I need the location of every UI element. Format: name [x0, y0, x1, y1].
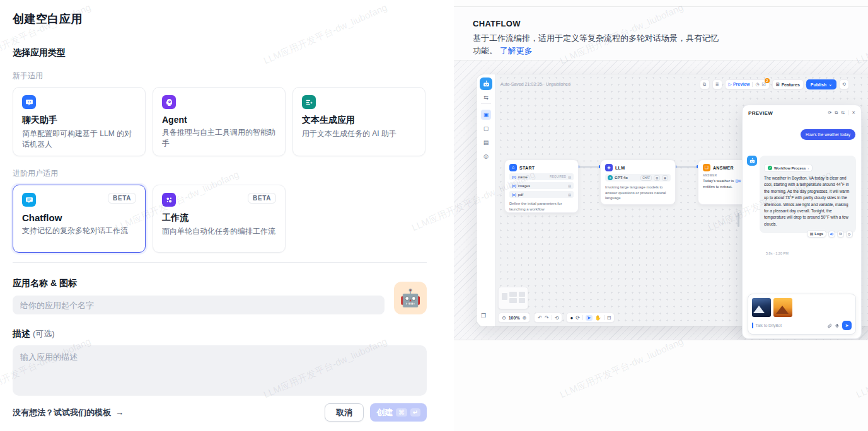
create-button[interactable]: 创建 ⌘ ↵: [370, 403, 427, 422]
chat-text-input[interactable]: Talk to DifyBot: [756, 323, 825, 328]
checklist-icon[interactable]: ☑ 2: [762, 82, 766, 87]
openai-icon: ✳: [608, 175, 613, 180]
speak-icon[interactable]: [828, 231, 835, 238]
chat-assistant-icon: [22, 95, 36, 109]
close-icon[interactable]: ✕: [852, 110, 855, 115]
preview-illustration-band: ⇆ ▣ ▢ ▤ ◎ ❐ Auto-Saved 21:02:35 · Unpubl…: [454, 60, 868, 340]
success-check-icon: ✓: [768, 166, 772, 170]
app-type-card-workflow[interactable]: BETA 工作流 面向单轮自动化任务的编排工作流: [153, 185, 286, 253]
autosave-status: Auto-Saved 21:02:35 · Unpublished: [501, 82, 570, 86]
app-type-desc: 支持记忆的复杂多轮对话工作流: [22, 226, 136, 236]
voice-input-icon[interactable]: [835, 323, 840, 328]
api-doc-icon[interactable]: ≣: [712, 79, 722, 89]
pointer-mode-icon[interactable]: ➤: [586, 315, 593, 321]
auto-layout-icon[interactable]: ⊟: [607, 315, 611, 321]
beginner-group-label: 新手适用: [13, 71, 427, 81]
message-actions: ▤Logs ⧉ ⟳: [807, 230, 853, 238]
attachment-icon[interactable]: [827, 323, 832, 328]
tools-icon[interactable]: ◎: [481, 151, 491, 161]
app-name-input[interactable]: [13, 296, 385, 314]
loop-icon[interactable]: ⟳: [576, 315, 580, 321]
open-app-icon[interactable]: ⧉: [700, 79, 710, 89]
type-info-panel: CHATFLOW 基于工作流编排，适用于定义等复杂流程的多轮对话场景，具有记忆功…: [454, 0, 868, 431]
start-node-icon: ⌂: [509, 164, 517, 171]
hand-mode-icon[interactable]: ✋: [595, 315, 601, 321]
attached-image-sunset-mountain[interactable]: [773, 298, 792, 317]
choose-type-label: 选择应用类型: [13, 47, 427, 59]
redo-icon[interactable]: ↷: [545, 315, 549, 321]
llm-node[interactable]: ◈ LLM ✳ GPT-4o CHAT ◍ ◉ Invoking large l…: [600, 159, 676, 205]
send-button[interactable]: ➤: [842, 321, 852, 330]
features-button[interactable]: ⊞Features: [772, 79, 804, 89]
app-description-input[interactable]: [13, 345, 427, 396]
chatflow-heading: CHATFLOW: [473, 19, 868, 28]
enter-key-icon: ↵: [410, 408, 420, 417]
minimap-toggle-icon[interactable]: ❐: [481, 313, 486, 319]
start-node[interactable]: ⌂ START (x) name REQUIRED ▤ (x) images ▤: [504, 159, 579, 213]
logs-button[interactable]: ▤Logs: [807, 230, 826, 238]
try-templates-link[interactable]: 没有想法？试试我们的模板 →: [13, 407, 124, 418]
llm-node-icon: ◈: [605, 164, 613, 171]
history-icon[interactable]: ⟲: [555, 315, 559, 321]
app-type-desc: 简单配置即可构建基于 LLM 的对话机器人: [22, 129, 136, 149]
model-selector: ✳ GPT-4o CHAT ◍ ◉: [605, 174, 671, 181]
zoom-out-icon[interactable]: ⊖: [502, 315, 506, 321]
app-type-desc: 具备推理与自主工具调用的智能助手: [162, 127, 276, 148]
version-history-icon[interactable]: ⟲: [839, 79, 849, 89]
flow-icon[interactable]: ⇆: [481, 93, 491, 103]
beta-badge: BETA: [108, 193, 136, 204]
cancel-button[interactable]: 取消: [325, 403, 364, 422]
blocks-panel-icon[interactable]: ▣: [481, 110, 491, 120]
timer-icon[interactable]: ◷: [755, 82, 759, 87]
zoom-in-icon[interactable]: ⊕: [523, 315, 527, 321]
panel-resize-handle[interactable]: [738, 213, 739, 227]
learn-more-link[interactable]: 了解更多: [500, 46, 533, 55]
chevron-right-icon: ›: [807, 166, 809, 170]
swap-icon[interactable]: ⇆: [841, 110, 845, 115]
app-icon-picker[interactable]: 🤖: [394, 282, 427, 314]
bot-message-text: The weather in Boydton, VA today is clea…: [764, 175, 852, 227]
answer-node-icon: ❏: [703, 164, 710, 171]
field-type-icon: ▤: [568, 193, 571, 197]
advanced-type-cards: BETA Chatflow 支持记忆的复杂多轮对话工作流 BETA 工作流 面向…: [13, 185, 427, 253]
audio-capability-icon: ◍: [654, 175, 660, 181]
chat-mode-badge: CHAT: [640, 175, 652, 181]
app-type-card-agent[interactable]: Agent 具备推理与自主工具调用的智能助手: [153, 87, 286, 156]
section-divider: [13, 262, 427, 263]
app-type-name: Agent: [162, 115, 276, 125]
notification-badge: 2: [765, 78, 770, 83]
basic-type-cards: 聊天助手 简单配置即可构建基于 LLM 的对话机器人 Agent 具备推理与自主…: [13, 87, 427, 156]
attached-image-night-mountain[interactable]: [752, 298, 771, 317]
edge-start-llm: [579, 166, 600, 168]
bot-message-bubble: ✓ Workflow Process › The weather in Boyd…: [760, 156, 856, 233]
knowledge-icon[interactable]: ▤: [481, 137, 491, 147]
canvas-minimap[interactable]: [498, 287, 528, 309]
app-type-card-chat-assistant[interactable]: 聊天助手 简单配置即可构建基于 LLM 的对话机器人: [13, 87, 146, 156]
workflow-process-toggle[interactable]: ✓ Workflow Process ›: [764, 164, 813, 172]
sidebar-divider: [481, 103, 491, 104]
editor-sidebar: ⇆ ▣ ▢ ▤ ◎: [477, 74, 495, 326]
publish-button[interactable]: Publish⌄: [806, 79, 836, 89]
app-type-card-chatflow[interactable]: BETA Chatflow 支持记忆的复杂多轮对话工作流: [13, 185, 146, 253]
text-caret: [752, 323, 753, 328]
arrow-right-icon: →: [115, 408, 124, 417]
add-node-icon[interactable]: ●: [570, 315, 573, 321]
zoom-level[interactable]: 100%: [509, 316, 520, 320]
field-type-icon: ▤: [568, 184, 571, 188]
robot-emoji-icon: 🤖: [400, 289, 421, 307]
preview-button[interactable]: ▷ Preview: [729, 82, 750, 87]
canvas-toolbar: ⊖ 100% ⊕ ↶ ↷ ⟲ ● ⟳ ➤ ✋: [498, 313, 615, 323]
app-type-card-text-generation[interactable]: 文本生成应用 用于文本生成任务的 AI 助手: [292, 87, 425, 156]
page-title: 创建空白应用: [13, 11, 427, 26]
copy-icon[interactable]: ⧉: [837, 231, 844, 238]
expand-icon[interactable]: ⧉: [835, 110, 838, 115]
run-panel-icon[interactable]: ▢: [481, 124, 491, 134]
message-meta: 5.8s · 1:20 PM: [766, 251, 789, 255]
restart-chat-icon[interactable]: ⟳: [828, 110, 831, 115]
regenerate-icon[interactable]: ⟳: [846, 231, 853, 238]
undo-icon[interactable]: ↶: [538, 315, 542, 321]
start-field-row: (x) images ▤: [509, 182, 574, 189]
app-logo-icon[interactable]: [480, 78, 492, 90]
vision-capability-icon: ◉: [662, 175, 668, 181]
chatflow-description: 基于工作流编排，适用于定义等复杂流程的多轮对话场景，具有记忆功能。 了解更多: [473, 32, 725, 57]
